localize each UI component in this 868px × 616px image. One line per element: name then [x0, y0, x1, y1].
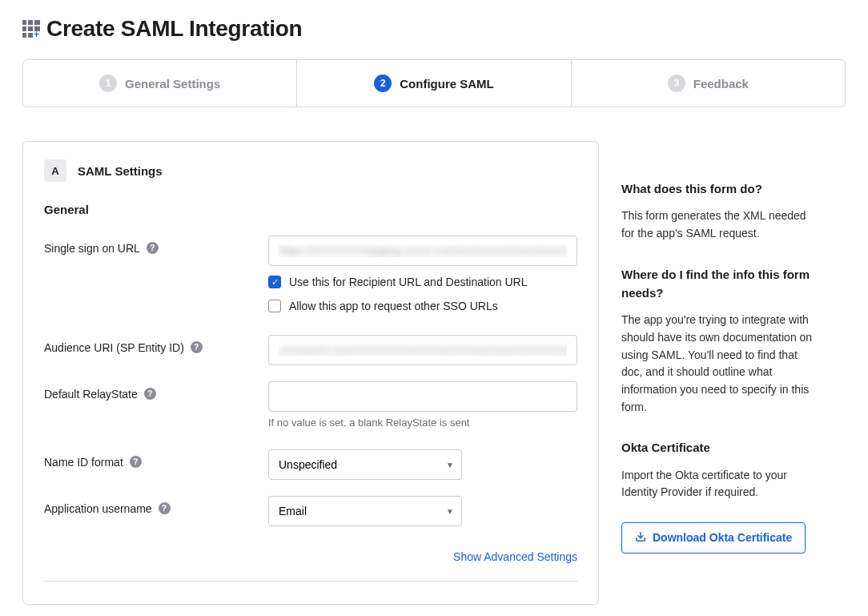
help-icon[interactable]: ? [191, 341, 203, 353]
wizard-step-feedback[interactable]: 3 Feedback [572, 60, 845, 107]
step-label: Feedback [693, 77, 749, 91]
step-label: General Settings [125, 77, 220, 91]
section-header: A SAML Settings [44, 159, 577, 182]
label-app-username: Application username [44, 502, 152, 515]
step-number: 1 [99, 74, 117, 92]
sidebar-heading-cert: Okta Certificate [621, 438, 822, 457]
sidebar-heading-what: What does this form do? [621, 179, 822, 198]
sidebar-text: This form generates the XML needed for t… [621, 207, 822, 242]
checkbox-label: Allow this app to request other SSO URLs [289, 300, 498, 312]
sidebar-heading-where: Where do I find the info this form needs… [621, 265, 822, 303]
input-relay-state[interactable] [268, 381, 577, 412]
select-nameid-format[interactable]: Unspecified [268, 449, 462, 480]
label-audience-uri: Audience URI (SP Entity ID) [44, 341, 184, 354]
input-sso-url[interactable] [268, 236, 577, 266]
divider [44, 581, 577, 582]
saml-settings-card: A SAML Settings General Single sign on U… [22, 141, 599, 605]
label-nameid: Name ID format [44, 456, 123, 469]
step-number: 2 [374, 74, 392, 92]
row-relay-state: Default RelayState ? If no value is set,… [44, 381, 577, 429]
input-audience-uri[interactable] [268, 335, 577, 365]
page-header: + Create SAML Integration [22, 16, 846, 42]
help-sidebar: What does this form do? This form genera… [621, 141, 822, 554]
step-label: Configure SAML [400, 77, 494, 91]
download-okta-certificate-button[interactable]: Download Okta Certificate [621, 522, 806, 554]
row-sso-url: Single sign on URL ? ✓ Use this for Reci… [44, 236, 577, 312]
sidebar-text: Import the Okta certificate to your Iden… [621, 467, 822, 501]
wizard-step-general-settings[interactable]: 1 General Settings [23, 60, 297, 107]
checkbox-label: Use this for Recipient URL and Destinati… [289, 276, 528, 288]
help-icon[interactable]: ? [144, 388, 156, 400]
sidebar-text: The app you're trying to integrate with … [621, 312, 822, 416]
page-title: Create SAML Integration [46, 16, 302, 42]
step-number: 3 [668, 74, 685, 92]
help-icon[interactable]: ? [130, 456, 142, 468]
wizard-steps: 1 General Settings 2 Configure SAML 3 Fe… [22, 59, 846, 107]
button-label: Download Okta Certificate [653, 531, 792, 544]
app-grid-icon: + [22, 20, 40, 38]
download-icon [635, 531, 646, 545]
label-relay-state: Default RelayState [44, 388, 138, 401]
wizard-step-configure-saml[interactable]: 2 Configure SAML [297, 60, 571, 107]
checkbox-recipient-destination[interactable]: ✓ Use this for Recipient URL and Destina… [268, 276, 577, 288]
section-title: SAML Settings [78, 164, 163, 178]
section-badge: A [44, 159, 66, 182]
help-icon[interactable]: ? [147, 242, 159, 254]
checkbox-allow-other-sso[interactable]: Allow this app to request other SSO URLs [268, 300, 577, 312]
label-sso-url: Single sign on URL [44, 242, 140, 255]
help-text-relay: If no value is set, a blank RelayState i… [268, 417, 577, 429]
row-audience-uri: Audience URI (SP Entity ID) ? [44, 335, 577, 365]
checkbox-icon-unchecked [268, 300, 281, 312]
select-app-username[interactable]: Email [268, 496, 462, 526]
subheading-general: General [44, 203, 577, 216]
show-advanced-settings-link[interactable]: Show Advanced Settings [453, 550, 577, 563]
help-icon[interactable]: ? [159, 502, 171, 514]
row-app-username: Application username ? Email ▼ [44, 496, 577, 526]
checkbox-icon-checked: ✓ [268, 276, 281, 288]
row-nameid-format: Name ID format ? Unspecified ▼ [44, 449, 577, 480]
